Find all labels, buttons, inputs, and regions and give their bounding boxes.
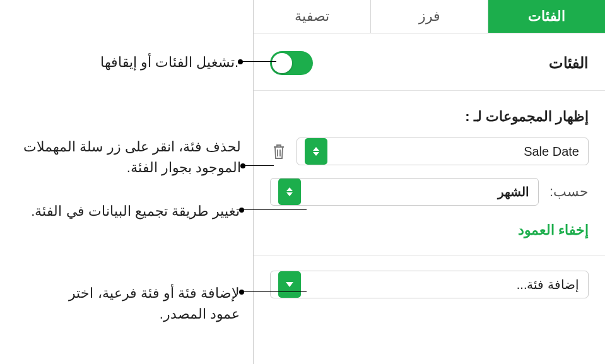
callout-grouping: تغيير طريقة تجميع البيانات في الفئة. bbox=[19, 201, 240, 221]
category-field-row: Sale Date bbox=[254, 131, 605, 172]
callout-line bbox=[244, 291, 307, 292]
group-by-value: الشهر bbox=[498, 184, 538, 199]
hide-column-link[interactable]: إخفاء العمود bbox=[254, 212, 605, 255]
add-category-dropdown[interactable]: إضافة فئة... bbox=[270, 271, 589, 298]
updown-arrows-icon bbox=[305, 138, 327, 165]
inspector-panel: الفئات فرز تصفية الفئات إظهار المجموعات … bbox=[253, 0, 605, 364]
callout-line bbox=[242, 61, 276, 62]
callout-line bbox=[244, 209, 307, 210]
chevron-down-icon bbox=[278, 271, 301, 298]
callout-delete: لحذف فئة، انقر على زر سلة المهملات الموج… bbox=[8, 136, 241, 178]
trash-icon bbox=[271, 143, 286, 160]
section-title: الفئات bbox=[549, 54, 589, 72]
group-by-dropdown[interactable]: الشهر bbox=[270, 178, 539, 206]
category-dropdown-value: Sale Date bbox=[524, 144, 588, 159]
category-dropdown[interactable]: Sale Date bbox=[297, 138, 589, 165]
tab-sort[interactable]: فرز bbox=[370, 0, 488, 33]
group-by-row: حسب: الشهر bbox=[254, 172, 605, 212]
by-label: حسب: bbox=[548, 184, 589, 200]
add-category-label: إضافة فئة... bbox=[517, 277, 588, 292]
toggle-knob bbox=[272, 53, 292, 73]
callout-toggle: .تشغيل الفئات أو إيقافها bbox=[37, 52, 238, 73]
callout-line bbox=[245, 165, 274, 166]
categories-header-row: الفئات bbox=[254, 33, 605, 91]
tab-categories[interactable]: الفئات bbox=[488, 0, 605, 33]
callout-add: لإضافة فئة أو فئة فرعية، اختر عمود المصد… bbox=[50, 283, 240, 324]
delete-category-button[interactable] bbox=[270, 141, 288, 161]
categories-toggle[interactable] bbox=[270, 51, 313, 75]
tab-bar: الفئات فرز تصفية bbox=[254, 0, 605, 33]
show-groups-label: إظهار المجموعات لـ : bbox=[254, 91, 605, 131]
tab-filter[interactable]: تصفية bbox=[254, 0, 370, 33]
updown-arrows-icon bbox=[278, 179, 301, 205]
add-category-row: إضافة فئة... bbox=[254, 255, 605, 314]
